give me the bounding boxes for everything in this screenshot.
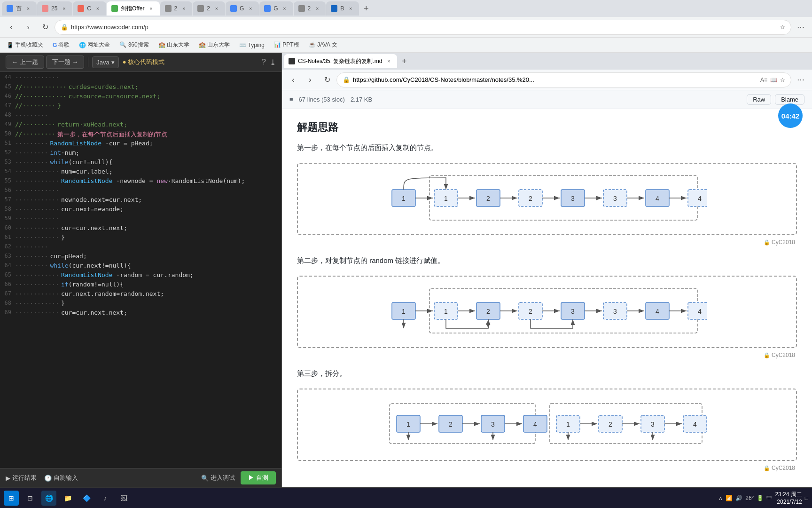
chevron-down-icon: ▾ (111, 59, 115, 66)
tab-2[interactable]: 25 × (37, 1, 72, 16)
tab-4-active[interactable]: 剑指Offer × (107, 1, 159, 16)
self-test-button[interactable]: ▶ 自测 (241, 471, 276, 484)
bookmark-star[interactable]: ☆ (780, 24, 785, 31)
tab-6[interactable]: 2 × (193, 1, 225, 16)
bookmark-urls-label: 网址大全 (87, 41, 110, 49)
prev-problem-button[interactable]: ← 上一题 (6, 56, 44, 69)
code-line-56: 56 ············ (0, 187, 281, 196)
github-tab-active[interactable]: CS-Notes/35. 复杂链表的复制.md × (284, 54, 397, 68)
back-button[interactable]: ‹ (4, 20, 19, 35)
start-button[interactable]: ⊞ (4, 491, 19, 506)
tab-close-8[interactable]: × (281, 5, 289, 12)
code-line-44: 44 ············ (0, 74, 281, 83)
tab-label-6: 2 (207, 5, 210, 12)
svg-text:4: 4 (693, 421, 697, 428)
right-nav-actions: ⋯ (793, 72, 808, 87)
right-refresh-button[interactable]: ↻ (320, 72, 335, 87)
diagram3-caption: 🔒 CyC2018 (297, 465, 797, 471)
bookmark-sdu2[interactable]: 🏫 山东大学 (196, 40, 233, 50)
tab-1[interactable]: 百 × (2, 1, 37, 16)
tab-9[interactable]: 2 × (294, 1, 326, 16)
tab-close-10[interactable]: × (347, 5, 354, 12)
new-tab-button[interactable]: + (359, 2, 373, 15)
taskbar-photos-icon[interactable]: 🖼 (117, 491, 132, 506)
browser-icon: 🌐 (45, 494, 53, 502)
github-tab-label: CS-Notes/35. 复杂链表的复制.md (298, 57, 382, 65)
self-input-label: 自测输入 (54, 474, 78, 482)
bookmark-sdu1[interactable]: 🏫 山东大学 (156, 40, 192, 50)
tab-close-6[interactable]: × (213, 5, 220, 12)
svg-text:1: 1 (402, 195, 406, 202)
taskbar-media-icon[interactable]: ♪ (98, 491, 113, 506)
next-problem-button[interactable]: 下一题 → (46, 56, 85, 69)
bookmark-google[interactable]: G 谷歌 (50, 40, 72, 50)
code-editor[interactable]: 44 ············ 45 //············ curdes… (0, 72, 281, 468)
right-back-button[interactable]: ‹ (286, 72, 301, 87)
right-settings-button[interactable]: ⋯ (793, 72, 808, 87)
svg-text:3: 3 (571, 308, 575, 315)
right-address-bar[interactable]: 🔒 https://github.com/CyC2018/CS-Notes/bl… (336, 72, 791, 87)
run-result-button[interactable]: ▶ 运行结果 (6, 474, 37, 482)
tab-close-7[interactable]: × (247, 5, 254, 12)
svg-text:1: 1 (402, 308, 406, 315)
tab-3[interactable]: C × (73, 1, 106, 16)
tab-close-3[interactable]: × (94, 5, 102, 12)
self-test-label: ▶ 自测 (248, 474, 268, 482)
github-tab-close[interactable]: × (385, 57, 392, 65)
address-bar[interactable]: 🔒 https://www.nowcoder.com/p ☆ (55, 20, 791, 35)
code-line-64: 64 ········· while(cur.next!=null){ (0, 262, 281, 271)
language-selector[interactable]: Java ▾ (92, 56, 118, 68)
raw-button[interactable]: Raw (747, 94, 771, 105)
taskbar-files-icon[interactable]: 📁 (60, 491, 75, 506)
tab-10[interactable]: B × (326, 1, 359, 16)
system-tray: ∧ (718, 495, 723, 501)
tab-label-7: G (240, 5, 244, 12)
forward-button[interactable]: › (21, 20, 36, 35)
right-read-icon[interactable]: 📖 (770, 77, 777, 83)
tab-7[interactable]: G × (226, 1, 259, 16)
tab-close-5[interactable]: × (180, 5, 187, 12)
right-forward-button[interactable]: › (303, 72, 318, 87)
taskview-icon: ⊡ (27, 494, 33, 502)
tab-5[interactable]: 2 × (160, 1, 193, 16)
bookmark-google-label: 谷歌 (58, 41, 70, 49)
new-github-tab-button[interactable]: + (398, 55, 411, 68)
bookmark-icon: 📱 (7, 42, 14, 48)
taskview-button[interactable]: ⊡ (23, 491, 38, 506)
run-result-label: 运行结果 (12, 474, 37, 482)
tab-label-9: 2 (308, 5, 311, 12)
taskbar-edge-icon[interactable]: 🔷 (79, 491, 94, 506)
debug-button[interactable]: 🔍 进入调试 (201, 471, 235, 484)
download-icon[interactable]: ⤓ (270, 58, 276, 67)
right-url-display: https://github.com/CyC2018/CS-Notes/blob… (353, 76, 757, 83)
svg-text:1: 1 (406, 421, 410, 428)
right-bookmark-icon[interactable]: ☆ (780, 77, 785, 83)
refresh-button[interactable]: ↻ (38, 20, 53, 35)
tab-8[interactable]: G × (259, 1, 293, 16)
tab-label-3: C (87, 5, 91, 12)
bookmark-phone[interactable]: 📱 手机收藏夹 (4, 40, 46, 50)
diagram-3: 1 2 3 4 1 (297, 389, 797, 461)
right-translate-icon[interactable]: A≡ (760, 77, 767, 83)
diagram-1-svg: 1 1 2 2 3 3 (387, 173, 707, 225)
bookmark-ppt[interactable]: 📊 PPT模 (271, 40, 302, 50)
tab-close-9[interactable]: × (313, 5, 321, 12)
taskbar-browser-icon[interactable]: 🌐 (41, 491, 56, 506)
bookmark-typing[interactable]: ⌨️ Typing (236, 41, 267, 49)
diagram1-caption: 🔒 CyC2018 (297, 239, 797, 246)
notifications-icon[interactable]: □ (805, 495, 808, 501)
extensions-button[interactable]: ⋯ (793, 20, 808, 35)
self-input-button[interactable]: 🕐 自测输入 (44, 474, 78, 482)
tab-close-4[interactable]: × (148, 5, 155, 12)
bookmark-urls[interactable]: 🌐 网址大全 (76, 40, 113, 50)
tab-close-2[interactable]: × (60, 5, 68, 12)
tab-favicon-9 (298, 5, 305, 12)
windows-icon: ⊞ (8, 494, 14, 502)
help-icon[interactable]: ? (262, 58, 266, 67)
bookmark-java[interactable]: ☕ JAVA 文 (306, 40, 340, 50)
bookmark-360[interactable]: 🔍 360搜索 (117, 40, 151, 50)
step3-text: 第三步，拆分。 (297, 368, 797, 379)
code-line-48: 48 ········· (0, 111, 281, 121)
google-icon: G (53, 42, 57, 48)
tab-close-1[interactable]: × (24, 5, 32, 12)
